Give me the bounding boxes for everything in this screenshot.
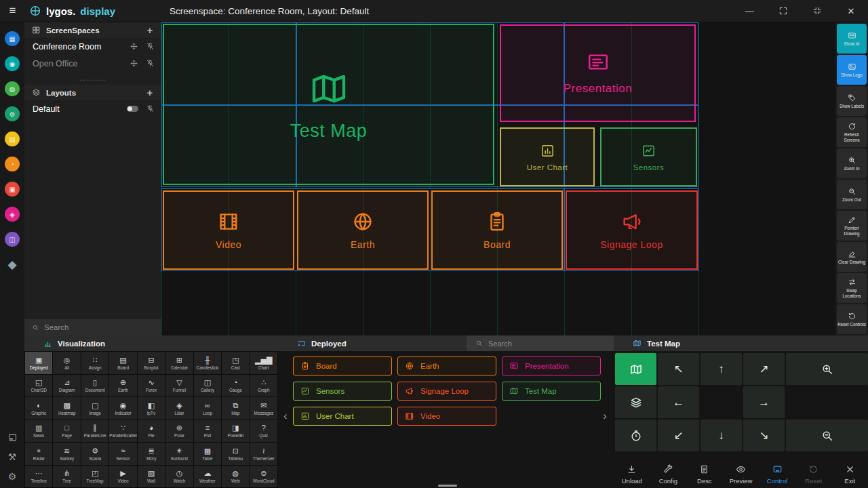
pan-up-right-button[interactable]: ↗ <box>743 353 785 385</box>
toolbar-button[interactable]: Reset Controls <box>837 304 867 334</box>
layout-toggle[interactable] <box>127 106 138 112</box>
pan-down-button[interactable]: ↓ <box>701 420 742 451</box>
viz-item[interactable]: ⋯ Timeline <box>25 466 52 488</box>
app-shortcut[interactable]: ▤ <box>5 131 20 146</box>
layers-button[interactable] <box>615 386 656 418</box>
viz-item[interactable]: ∞ Loop <box>194 397 221 420</box>
viz-item[interactable]: ⊕ Earth <box>109 375 136 397</box>
move-icon[interactable] <box>130 59 138 68</box>
deployed-search[interactable] <box>467 336 614 351</box>
app-shortcut[interactable]: ◔ <box>5 157 20 171</box>
viz-item[interactable]: □ Page <box>53 420 80 443</box>
tile-video[interactable]: Video <box>163 190 294 270</box>
viz-item[interactable]: ▣ Deployed <box>25 352 52 374</box>
app-shortcut[interactable]: ◆ <box>5 257 20 272</box>
unpin-icon[interactable] <box>146 42 155 51</box>
action-button[interactable]: Desc <box>686 464 723 485</box>
app-shortcut[interactable]: ◫ <box>5 232 20 247</box>
action-button[interactable]: Config <box>650 464 687 485</box>
deployed-search-input[interactable] <box>488 340 600 348</box>
viz-item[interactable]: ▂▅▇ Chart <box>250 352 277 374</box>
unpin-icon[interactable] <box>146 59 155 68</box>
viz-item[interactable]: ◳ Cast <box>222 352 249 374</box>
action-button[interactable]: Reset <box>795 464 832 485</box>
viz-item[interactable]: ▽ Funnel <box>165 375 193 397</box>
action-button[interactable]: Unload <box>614 464 650 485</box>
viz-item[interactable]: ▤ Board <box>109 352 136 374</box>
viz-item[interactable]: ≣ Story <box>138 443 165 465</box>
viz-item[interactable]: ◨ PowerBI <box>222 420 249 443</box>
pan-right-button[interactable]: → <box>743 386 785 418</box>
viz-item[interactable]: ▯ Document <box>81 375 108 397</box>
menu-button[interactable]: ≡ <box>0 0 25 22</box>
tile-test-map[interactable]: Test Map <box>163 24 494 185</box>
viz-item[interactable]: ◈ Lidar <box>165 397 193 420</box>
pan-up-button[interactable]: ↑ <box>701 353 742 385</box>
tile-presentation[interactable]: Presentation <box>500 24 696 122</box>
viz-item[interactable]: ∥ ParallelLine <box>81 420 108 443</box>
app-shortcut[interactable]: ◈ <box>5 207 20 222</box>
add-layout-button[interactable]: + <box>142 85 157 100</box>
deployed-item[interactable]: Sensors <box>293 382 392 401</box>
viz-item[interactable]: ✉ Messages <box>250 397 277 420</box>
viz-item[interactable]: ⧉ Map <box>222 397 249 420</box>
viz-item[interactable]: ▢ Image <box>81 397 108 420</box>
viz-item[interactable]: ▩ Heatmap <box>53 397 80 420</box>
viz-item[interactable]: ◐ Graphic <box>25 397 52 420</box>
viz-item[interactable]: ☀ Sunburst <box>165 443 193 465</box>
viz-item[interactable]: ◧ IpTv <box>138 397 165 420</box>
app-shortcut[interactable]: ◉ <box>5 56 20 71</box>
viz-item[interactable]: ∿ Forex <box>138 375 165 397</box>
move-icon[interactable] <box>130 42 138 51</box>
toolbar-button[interactable]: Show Logo <box>837 55 867 85</box>
panel-resize-grip[interactable] <box>438 485 457 487</box>
viz-item[interactable]: ◫ Gallery <box>194 375 221 397</box>
tile-sensors[interactable]: Sensors <box>600 127 697 186</box>
add-screenspace-button[interactable]: + <box>142 23 157 38</box>
viz-item[interactable]: ◎ All <box>53 352 80 374</box>
deployed-item[interactable]: Test Map <box>502 382 601 401</box>
viz-item[interactable]: ◱ Chart3D <box>25 375 52 397</box>
tile-signage-loop[interactable]: Signage Loop <box>566 190 698 270</box>
deployed-item[interactable]: Video <box>397 407 496 426</box>
viz-item[interactable]: ⚙ Scada <box>81 443 108 465</box>
toolbar-button[interactable]: Show Id <box>837 24 867 54</box>
bottom-panel-button[interactable] <box>7 432 18 443</box>
unpin-icon[interactable] <box>146 104 155 113</box>
tile-user-chart[interactable]: User Chart <box>500 127 595 186</box>
close-button[interactable]: ✕ <box>834 0 868 22</box>
viz-item[interactable]: ◉ Indicator <box>109 397 136 420</box>
viz-item[interactable]: ∵ ParallelScatter <box>109 420 136 443</box>
viz-item[interactable]: ⌖ Radar <box>25 443 52 465</box>
pan-left-button[interactable]: ← <box>658 386 699 418</box>
viz-item[interactable]: ∴ Graph <box>250 375 277 397</box>
deployed-item[interactable]: Presentation <box>502 357 601 375</box>
toolbar-button[interactable]: Pointer/ Drawing <box>837 211 867 241</box>
viz-item[interactable]: ⊜ WordCloud <box>250 466 277 488</box>
minimize-button[interactable]: — <box>732 0 766 22</box>
viz-item[interactable]: ◷ Watch <box>165 466 193 488</box>
viz-item[interactable]: ? Quiz <box>250 420 277 443</box>
screenspace-item-open-office[interactable]: Open Office <box>24 55 161 72</box>
app-shortcut[interactable]: ▦ <box>5 31 20 46</box>
zoom-out-button[interactable] <box>786 420 868 451</box>
viz-item[interactable]: ▧ Wall <box>138 466 165 488</box>
deployed-prev-button[interactable]: ‹ <box>281 410 290 422</box>
viz-item[interactable]: ≋ Sankey <box>53 443 80 465</box>
app-shortcut[interactable]: ◍ <box>5 81 20 96</box>
tile-earth[interactable]: Earth <box>297 190 429 270</box>
app-shortcut[interactable]: ⊚ <box>5 106 20 121</box>
toolbar-button[interactable]: Show Labels <box>837 86 867 116</box>
viz-item[interactable]: ⊿ Diagram <box>53 375 80 397</box>
toolbar-button[interactable]: Clear Drawing <box>837 242 867 272</box>
viz-item[interactable]: ◰ TreeMap <box>81 466 108 488</box>
deployed-item[interactable]: Earth <box>397 357 496 375</box>
viz-item[interactable]: ⊟ Boxplot <box>138 352 165 374</box>
viz-item[interactable]: ╫ Candlestick <box>194 352 221 374</box>
action-button[interactable]: Exit <box>831 464 868 485</box>
pan-down-right-button[interactable]: ↘ <box>743 420 785 451</box>
viz-item[interactable]: ⊞ Calendar <box>165 352 193 374</box>
viz-item[interactable]: ◕ Pie <box>138 420 165 443</box>
pan-down-left-button[interactable]: ↙ <box>658 420 699 451</box>
sidebar-search[interactable] <box>24 319 161 336</box>
